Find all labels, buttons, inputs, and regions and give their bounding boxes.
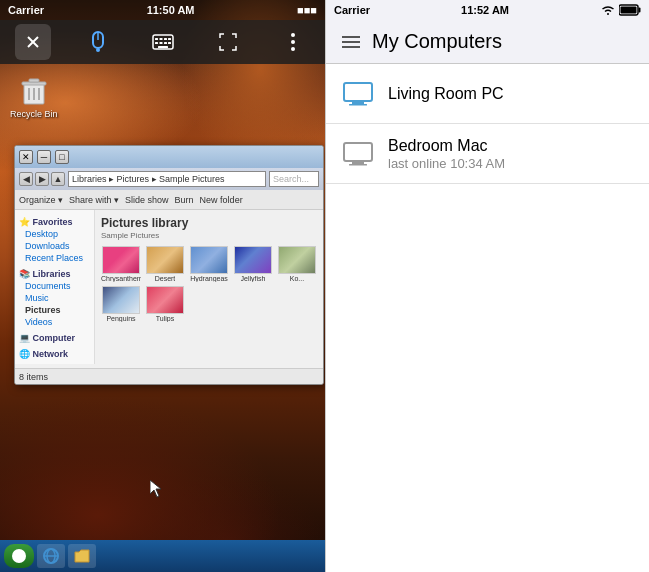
lib-pictures[interactable]: Pictures [19,304,90,316]
recycle-bin[interactable]: Recycle Bin [10,75,58,119]
search-field[interactable]: Search... [269,171,319,187]
thumb-label: Chrysanthemum [101,275,141,282]
computer-section: 💻 Computer [15,330,94,346]
more-icon [291,33,295,51]
mouse-button[interactable] [80,24,116,60]
explorer-titlebar: ✕ ─ □ [15,146,323,168]
slideshow-btn[interactable]: Slide show [125,195,169,205]
lib-documents[interactable]: Documents [19,280,90,292]
hamburger-line-1 [342,36,360,38]
svg-rect-31 [344,83,372,101]
hamburger-line-2 [342,41,360,43]
taskbar-ie[interactable] [37,544,65,568]
newfolder-btn[interactable]: New folder [200,195,243,205]
organize-btn[interactable]: Organize ▾ [19,195,63,205]
up-btn[interactable]: ▲ [51,172,65,186]
svg-rect-9 [168,38,171,40]
right-panel: Carrier 11:52 AM My Computers [325,0,649,572]
svg-rect-13 [168,42,171,44]
thumb-image [102,246,140,274]
network-section: 🌐 Network [15,346,94,362]
thumbnail-item[interactable]: Jellyfish [233,246,273,282]
forward-btn[interactable]: ▶ [35,172,49,186]
win-minimize-btn[interactable]: ─ [37,150,51,164]
explorer-sidebar: ⭐ Favorites Desktop Downloads Recent Pla… [15,210,95,364]
thumb-label: Jellyfish [241,275,266,282]
computer-status: last online 10:34 AM [388,156,633,171]
right-time: 11:52 AM [461,4,509,16]
network-header[interactable]: 🌐 Network [19,348,90,360]
favorites-downloads[interactable]: Downloads [19,240,90,252]
thumb-image [102,286,140,314]
thumbnails-grid: Chrysanthemum Desert Hydrangeas Jellyfis… [101,246,317,322]
close-button[interactable] [15,24,51,60]
explorer-body: ⭐ Favorites Desktop Downloads Recent Pla… [15,210,323,364]
svg-rect-33 [349,104,367,106]
explorer-window[interactable]: ✕ ─ □ ◀ ▶ ▲ Libraries ▸ Pictures ▸ Sampl… [14,145,324,385]
computer-list-item[interactable]: Bedroom Mac last online 10:34 AM [326,124,649,184]
svg-rect-35 [352,161,364,164]
svg-rect-10 [155,42,158,44]
thumb-label: Tulips [156,315,174,322]
computer-info: Bedroom Mac last online 10:34 AM [388,137,633,171]
favorites-recent[interactable]: Recent Places [19,252,90,264]
computer-list-item[interactable]: Living Room PC [326,64,649,124]
svg-point-17 [291,47,295,51]
computer-icon [342,78,374,110]
svg-rect-30 [621,7,637,14]
libraries-header[interactable]: 📚 Libraries [19,268,90,280]
lib-videos[interactable]: Videos [19,316,90,328]
burn-btn[interactable]: Burn [175,195,194,205]
hamburger-button[interactable] [342,36,360,48]
thumb-label: Desert [155,275,176,282]
win-maximize-btn[interactable]: □ [55,150,69,164]
win-close-btn[interactable]: ✕ [19,150,33,164]
svg-rect-36 [349,164,367,166]
explorer-address-bar: ◀ ▶ ▲ Libraries ▸ Pictures ▸ Sample Pict… [15,168,323,190]
thumb-label: Ko... [290,275,304,282]
svg-point-16 [291,40,295,44]
left-panel: Carrier 11:50 AM ■■■ [0,0,325,572]
right-carrier: Carrier [334,4,370,16]
lib-music[interactable]: Music [19,292,90,304]
thumb-label: Penguins [106,315,135,322]
thumbnail-item[interactable]: Penguins [101,286,141,322]
left-status-right: ■■■ [297,4,317,16]
page-title: My Computers [372,30,502,53]
svg-point-4 [96,48,100,52]
keyboard-icon [152,34,174,50]
computer-name: Bedroom Mac [388,137,633,155]
expand-icon [219,33,237,51]
favorites-section: ⭐ Favorites Desktop Downloads Recent Pla… [15,214,94,266]
address-text: Libraries ▸ Pictures ▸ Sample Pictures [72,174,225,184]
keyboard-button[interactable] [145,24,181,60]
folder-icon [74,548,90,564]
svg-rect-14 [158,46,168,48]
thumbnail-item[interactable]: Tulips [145,286,185,322]
right-status-icons [600,4,641,16]
thumbnail-item[interactable]: Desert [145,246,185,282]
recycle-bin-icon [18,75,50,107]
thumb-image [234,246,272,274]
computer-header[interactable]: 💻 Computer [19,332,90,344]
address-field[interactable]: Libraries ▸ Pictures ▸ Sample Pictures [68,171,266,187]
fullscreen-button[interactable] [210,24,246,60]
taskbar-explorer-app[interactable] [68,544,96,568]
thumbnail-item[interactable]: Hydrangeas [189,246,229,282]
svg-rect-29 [639,8,641,13]
start-button[interactable] [4,544,34,568]
explorer-main: Pictures library Sample Pictures Chrysan… [95,210,323,364]
back-btn[interactable]: ◀ [19,172,33,186]
ie-icon [43,548,59,564]
thumbnail-item[interactable]: Ko... [277,246,317,282]
svg-point-15 [291,33,295,37]
right-header: My Computers [326,20,649,64]
share-btn[interactable]: Share with ▾ [69,195,119,205]
favorites-desktop[interactable]: Desktop [19,228,90,240]
more-button[interactable] [275,24,311,60]
favorites-header[interactable]: ⭐ Favorites [19,216,90,228]
explorer-statusbar: 8 items [15,368,323,384]
svg-rect-7 [159,38,162,40]
computer-icon [342,138,374,170]
thumbnail-item[interactable]: Chrysanthemum [101,246,141,282]
